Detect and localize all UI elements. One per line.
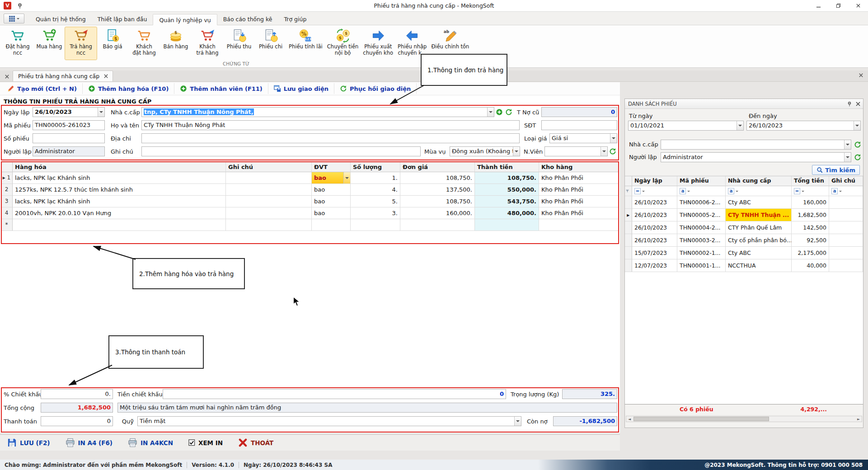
detail-cell[interactable] bbox=[400, 219, 475, 231]
rp-nha-cc-combo[interactable] bbox=[661, 140, 851, 150]
ngay-lap-input[interactable]: 26/10/2023 bbox=[33, 107, 105, 117]
ribbon-item-chuyen-tien-noi-bo[interactable]: $$Chuyển tiền nội bộ bbox=[325, 27, 361, 60]
phieu-cell[interactable]: THN00004-2... bbox=[677, 221, 726, 234]
detail-cell[interactable]: bao bbox=[312, 196, 351, 207]
phieu-cell[interactable] bbox=[829, 209, 863, 221]
detail-cell[interactable]: 550,000. bbox=[475, 184, 539, 196]
action-them-hang-hoa[interactable]: Thêm hàng hóa (F10) bbox=[83, 83, 174, 94]
chevron-down-icon[interactable] bbox=[601, 147, 607, 156]
phieu-cell[interactable] bbox=[829, 247, 863, 259]
detail-cell[interactable]: 1257ks, NPK 12.5.7 thúc tím khánh sinh bbox=[13, 184, 226, 196]
detail-cell[interactable] bbox=[226, 207, 312, 219]
rp-nguoi-lap-combo[interactable]: Administrator bbox=[661, 152, 851, 162]
detail-cell[interactable]: lacks, NPK lạc Khánh sinh bbox=[13, 172, 226, 184]
luu-button[interactable]: LƯU (F2) bbox=[7, 438, 50, 447]
phieu-cell[interactable]: 12/07/2023 bbox=[632, 259, 677, 272]
detail-cell[interactable]: 108,750. bbox=[400, 172, 475, 184]
filter-abc-icon[interactable]: a bbox=[728, 188, 734, 194]
row-indicator[interactable] bbox=[625, 234, 632, 247]
phieu-row-3[interactable]: 26/10/2023THN00003-2...Cty cổ phần phân … bbox=[625, 234, 863, 247]
phieu-cell[interactable] bbox=[829, 234, 863, 247]
detail-cell[interactable]: 480,000. bbox=[475, 207, 539, 219]
chevron-down-icon[interactable] bbox=[514, 417, 521, 426]
action-luu-giao-dien[interactable]: Lưu giao diện bbox=[268, 83, 334, 94]
pin-panel-icon[interactable] bbox=[847, 101, 852, 107]
ribbon-item-phieu-tinh-lai[interactable]: %123Phiếu tính lãi bbox=[286, 27, 325, 60]
phieu-cell[interactable]: 26/10/2023 bbox=[632, 234, 677, 247]
nha-cc-combo[interactable]: tnp, CTy TNHH Thuận Nông Phát, bbox=[141, 107, 494, 117]
ghi-chu-input[interactable] bbox=[141, 146, 421, 156]
filter-funnel-icon[interactable] bbox=[625, 186, 632, 196]
filter-cell-2[interactable]: a bbox=[726, 186, 792, 196]
chevron-down-icon[interactable] bbox=[487, 108, 494, 117]
chevron-down-icon[interactable] bbox=[98, 108, 104, 117]
row-indicator[interactable]: ▸ bbox=[625, 209, 632, 221]
sdt-input[interactable] bbox=[541, 120, 617, 130]
phieu-cell[interactable]: 40,000 bbox=[792, 259, 829, 272]
phieu-cell[interactable]: 26/10/2023 bbox=[632, 221, 677, 234]
phieu-cell[interactable]: CTy TNHH Thuận ... bbox=[726, 209, 792, 221]
close-tab-icon[interactable] bbox=[103, 74, 108, 79]
phieu-cell[interactable]: THN00002-1... bbox=[677, 247, 726, 259]
table-row-3[interactable]: 3lacks, NPK lạc Khánh sinhbao5.108,750.5… bbox=[1, 196, 619, 207]
row-indicator[interactable] bbox=[625, 259, 632, 272]
phieu-row-4[interactable]: 15/07/2023THN00002-1...Cty ABC2,175,000 bbox=[625, 247, 863, 259]
in-a4kcn-button[interactable]: IN A4KCN bbox=[128, 438, 173, 447]
detail-col-header-5[interactable]: Thành tiền bbox=[475, 162, 539, 172]
scroll-left-icon[interactable]: ◄ bbox=[626, 416, 633, 422]
detail-cell[interactable]: 137,500. bbox=[400, 184, 475, 196]
phieu-cell[interactable] bbox=[829, 259, 863, 272]
menu-tab-bao-cao-thong-ke[interactable]: Báo cáo thống kê bbox=[217, 14, 278, 25]
so-phieu-input[interactable] bbox=[33, 133, 105, 143]
detail-cell[interactable]: Kho Phân Phối bbox=[539, 196, 619, 207]
new-row-indicator[interactable]: * bbox=[1, 219, 13, 231]
menu-tab-quan-tri-he-thong[interactable]: Quản trị hệ thống bbox=[30, 14, 92, 25]
phieu-cell[interactable] bbox=[829, 196, 863, 209]
detail-col-header-1[interactable]: Ghi chú bbox=[226, 162, 312, 172]
tab-phieu-tra-hang[interactable]: Phiếu trả hàng nhà cung cấp bbox=[13, 70, 113, 81]
detail-col-header-2[interactable]: ĐVT bbox=[312, 162, 351, 172]
detail-cell[interactable]: 3. bbox=[351, 207, 400, 219]
phieu-cell[interactable]: 2,175,000 bbox=[792, 247, 829, 259]
horizontal-scrollbar[interactable]: ◄ ► bbox=[626, 416, 862, 422]
application-menu-button[interactable] bbox=[4, 14, 24, 24]
phieu-cell[interactable]: 142,500 bbox=[792, 221, 829, 234]
detail-cell[interactable]: 1. bbox=[351, 172, 400, 184]
chevron-down-icon[interactable] bbox=[844, 153, 851, 162]
row-indicator[interactable]: 2 bbox=[1, 184, 13, 196]
dia-chi-input[interactable] bbox=[141, 133, 520, 143]
phieu-col-header-2[interactable]: Nhà cung cấp bbox=[726, 176, 792, 186]
detail-cell[interactable]: bao bbox=[312, 207, 351, 219]
phieu-cell[interactable]: Cty ABC bbox=[726, 247, 792, 259]
detail-cell[interactable] bbox=[539, 219, 619, 231]
chiet-khau-pct-input[interactable]: 0. bbox=[41, 389, 113, 399]
phieu-cell[interactable]: Cty ABC bbox=[726, 196, 792, 209]
detail-cell[interactable]: lacks, NPK lạc Khánh sinh bbox=[13, 196, 226, 207]
phieu-cell[interactable]: THN00001-1... bbox=[677, 259, 726, 272]
search-button[interactable]: Tìm kiếm bbox=[812, 165, 860, 175]
add-supplier-icon[interactable] bbox=[496, 108, 504, 116]
detail-cell[interactable]: 4. bbox=[351, 184, 400, 196]
menu-tab-thiet-lap-ban-dau[interactable]: Thiết lập ban đầu bbox=[92, 14, 153, 25]
detail-cell[interactable]: Kho Phân Phối bbox=[539, 172, 619, 184]
table-row-2[interactable]: 21257ks, NPK 12.5.7 thúc tím khánh sinhb… bbox=[1, 184, 619, 196]
detail-cell[interactable]: Kho Phân Phối bbox=[539, 207, 619, 219]
loai-gia-combo[interactable]: Giá sỉ bbox=[549, 133, 617, 143]
phieu-col-header-4[interactable]: Ghi chú bbox=[829, 176, 863, 186]
dvt-editor-cell[interactable]: bao bbox=[312, 172, 351, 184]
ribbon-item-mua-hang[interactable]: Mua hàng bbox=[33, 27, 65, 60]
refresh-supplier-icon[interactable] bbox=[505, 108, 513, 116]
row-indicator[interactable] bbox=[625, 247, 632, 259]
phieu-cell[interactable]: 15/07/2023 bbox=[632, 247, 677, 259]
phieu-cell[interactable]: THN00005-2... bbox=[677, 209, 726, 221]
detail-cell[interactable]: 108,750. bbox=[475, 172, 539, 184]
row-indicator[interactable] bbox=[625, 221, 632, 234]
chevron-down-icon[interactable] bbox=[854, 121, 860, 130]
detail-cell[interactable]: 160,000. bbox=[400, 207, 475, 219]
phieu-cell[interactable]: THN00006-2... bbox=[677, 196, 726, 209]
chevron-down-icon[interactable] bbox=[513, 147, 520, 156]
table-row-4[interactable]: 420010vh, NPK 20.0.10 Vạn Hưngbao3.160,0… bbox=[1, 207, 619, 219]
detail-cell[interactable]: 20010vh, NPK 20.0.10 Vạn Hưng bbox=[13, 207, 226, 219]
tien-chiet-khau-input[interactable]: 0 bbox=[163, 389, 506, 399]
ma-phieu-input[interactable]: THN00005-261023 bbox=[33, 120, 105, 130]
